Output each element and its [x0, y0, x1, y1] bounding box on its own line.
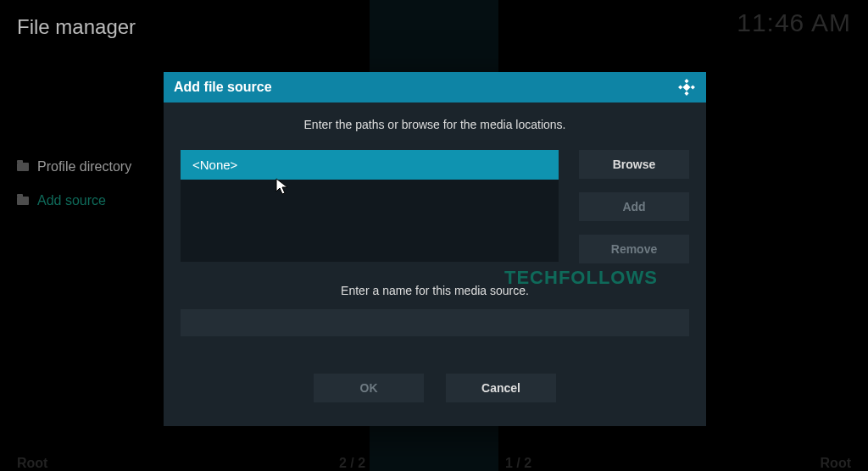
dialog-body: Enter the paths or browse for the media …	[164, 103, 706, 426]
footer-count-left: 2 / 2	[339, 456, 365, 471]
sidebar-item-add-source[interactable]: Add source	[17, 193, 106, 208]
dialog-header: Add file source	[164, 72, 706, 103]
screen-title: File manager	[17, 15, 136, 39]
add-button[interactable]: Add	[579, 192, 689, 221]
dialog-button-row: OK Cancel	[181, 374, 689, 402]
sidebar-item-label: Profile directory	[37, 159, 131, 175]
svg-rect-4	[682, 83, 690, 91]
dialog-title: Add file source	[174, 80, 272, 95]
remove-button[interactable]: Remove	[579, 235, 689, 263]
path-row: <None> Browse Add Remove	[181, 150, 689, 263]
dialog-instruction: Enter the paths or browse for the media …	[181, 118, 689, 131]
sidebar-item-label: Add source	[37, 193, 106, 208]
footer-right-label: Root	[821, 456, 851, 471]
path-list[interactable]: <None>	[181, 150, 559, 262]
clock: 11:46 AM	[737, 8, 851, 37]
path-entry-selected[interactable]: <None>	[181, 150, 559, 180]
side-button-column: Browse Add Remove	[579, 150, 689, 263]
name-instruction: Enter a name for this media source.	[181, 284, 689, 297]
footer-left-label: Root	[17, 456, 47, 471]
add-file-source-dialog: Add file source Enter the paths or brows…	[164, 72, 706, 426]
cancel-button[interactable]: Cancel	[446, 374, 556, 402]
footer-count-right: 1 / 2	[505, 456, 531, 471]
folder-icon	[17, 197, 29, 205]
browse-button[interactable]: Browse	[579, 150, 689, 179]
source-name-input[interactable]	[181, 309, 689, 336]
svg-rect-0	[684, 79, 688, 83]
folder-icon	[17, 163, 29, 171]
sidebar-item-profile-directory[interactable]: Profile directory	[17, 159, 131, 175]
svg-rect-3	[684, 91, 688, 96]
kodi-logo-icon	[677, 78, 696, 97]
ok-button[interactable]: OK	[314, 374, 424, 402]
svg-rect-2	[691, 85, 695, 89]
svg-rect-1	[678, 85, 682, 89]
